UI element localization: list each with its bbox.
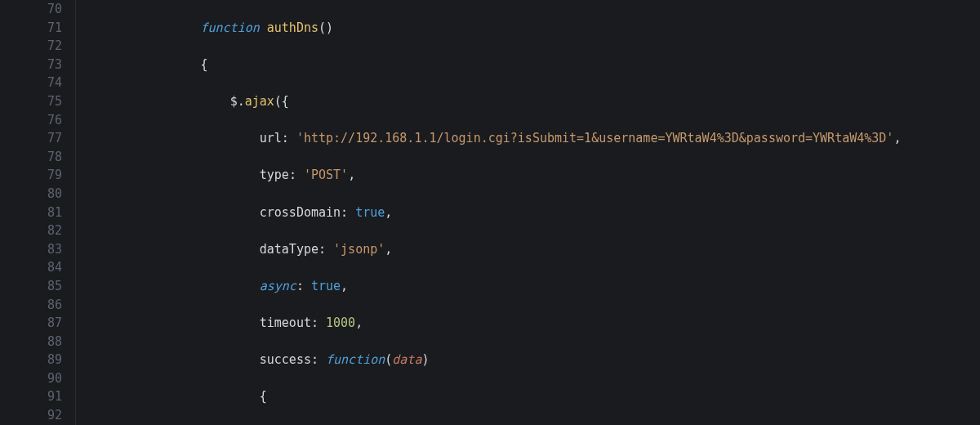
code-area[interactable]: function authDns() { $.ajax({ url: 'http… — [76, 0, 980, 425]
literal-true: true — [311, 279, 341, 293]
line-number: 87 — [0, 314, 75, 333]
line-number: 78 — [0, 148, 75, 167]
code-line[interactable]: async: true, — [82, 277, 980, 296]
method-ajax: ajax — [245, 94, 274, 109]
keyword-function: function — [201, 20, 260, 35]
string-url: 'http://192.168.1.1/login.cgi?isSubmit=1… — [296, 131, 894, 145]
line-number: 74 — [0, 74, 75, 92]
function-name: authDns — [267, 20, 318, 35]
line-number: 90 — [0, 369, 75, 388]
line-number: 86 — [0, 296, 75, 315]
line-number: 70 — [0, 0, 75, 19]
prop-success: success — [260, 352, 311, 367]
keyword-function: function — [326, 352, 385, 367]
line-number: 89 — [0, 351, 75, 369]
prop-crossdomain: crossDomain — [260, 205, 341, 220]
line-number: 82 — [0, 221, 75, 240]
string-jsonp: 'jsonp' — [333, 242, 385, 257]
line-number: 75 — [0, 92, 75, 111]
jquery-dollar: $ — [230, 94, 238, 109]
line-number: 84 — [0, 258, 75, 277]
code-editor[interactable]: 70 71 72 73 74 75 76 77 78 79 80 81 82 8… — [0, 0, 980, 425]
string-post: 'POST' — [304, 168, 348, 182]
line-number: 76 — [0, 111, 75, 130]
line-number: 80 — [0, 185, 75, 204]
prop-type: type — [260, 168, 289, 182]
code-line[interactable]: crossDomain: true, — [82, 204, 980, 222]
line-number: 77 — [0, 129, 75, 148]
line-number: 85 — [0, 277, 75, 296]
line-number: 88 — [0, 333, 75, 351]
code-line[interactable]: success: function(data) — [82, 351, 980, 369]
line-number: 79 — [0, 166, 75, 185]
line-number: 72 — [0, 37, 75, 56]
line-number-gutter: 70 71 72 73 74 75 76 77 78 79 80 81 82 8… — [0, 0, 76, 425]
prop-datatype: dataType — [260, 242, 318, 257]
code-line[interactable]: type: 'POST', — [82, 166, 980, 185]
line-number: 83 — [0, 240, 75, 259]
code-line[interactable]: dataType: 'jsonp', — [82, 240, 980, 259]
code-line[interactable]: $.ajax({ — [82, 92, 980, 111]
prop-timeout: timeout — [260, 315, 311, 330]
code-line[interactable]: url: 'http://192.168.1.1/login.cgi?isSub… — [82, 129, 980, 148]
literal-true: true — [355, 205, 385, 220]
line-number: 73 — [0, 56, 75, 74]
code-line[interactable]: { — [82, 387, 980, 406]
number-1000: 1000 — [326, 315, 355, 330]
code-line[interactable]: function authDns() — [82, 19, 980, 38]
line-number: 71 — [0, 19, 75, 38]
line-number: 92 — [0, 406, 75, 425]
prop-url: url — [260, 131, 282, 145]
line-number: 91 — [0, 387, 75, 406]
prop-async: async — [260, 279, 296, 293]
line-number: 81 — [0, 204, 75, 222]
code-line[interactable]: { — [82, 56, 980, 74]
param-data: data — [392, 352, 421, 367]
code-line[interactable]: timeout: 1000, — [82, 314, 980, 333]
